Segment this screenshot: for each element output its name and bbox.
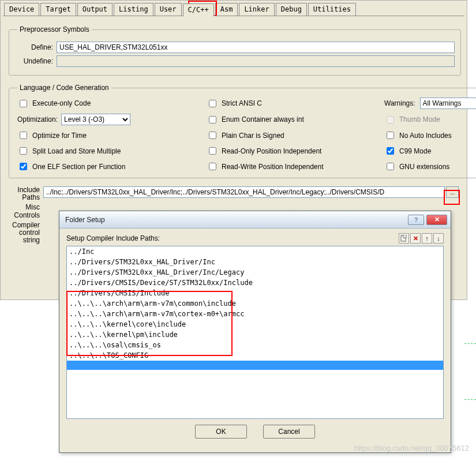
list-item[interactable]: ..\..\..\osal\cmsis_os — [67, 340, 443, 350]
split-load-checkbox[interactable]: Split Load and Store Multiple — [17, 145, 202, 156]
misc-controls-label: Misc Controls — [9, 204, 43, 219]
new-icon — [400, 235, 407, 242]
list-item[interactable]: ..\..\..\kernel\core\include — [67, 319, 443, 329]
language-legend: Language / Code Generation — [17, 84, 111, 92]
new-path-button[interactable] — [399, 233, 409, 244]
tab-debug[interactable]: Debug — [276, 3, 307, 16]
dialog-titlebar[interactable]: Folder Setup ? ✕ — [59, 211, 451, 228]
include-paths-label: Include Paths — [9, 186, 43, 201]
tab-utilities[interactable]: Utilities — [308, 3, 356, 16]
dialog-help-button[interactable]: ? — [408, 215, 424, 225]
tab-listing[interactable]: Listing — [114, 3, 153, 16]
tab-device[interactable]: Device — [4, 3, 39, 16]
list-item[interactable]: ..\..\..\TOS_CONFIG — [67, 350, 443, 361]
move-down-button[interactable]: ↓ — [433, 233, 444, 244]
list-item[interactable]: ../Drivers/STM32L0xx_HAL_Driver/Inc — [67, 257, 443, 267]
dialog-close-button[interactable]: ✕ — [426, 215, 447, 225]
warnings-label: Warnings: — [384, 99, 415, 107]
preprocessor-group: Preprocessor Symbols Define: Undefine: — [9, 25, 461, 76]
tab-cc[interactable]: C/C++ — [183, 3, 214, 16]
execute-only-checkbox[interactable]: Execute-only Code — [17, 98, 202, 109]
tab-linker[interactable]: Linker — [239, 3, 274, 16]
undefine-input[interactable] — [57, 55, 455, 67]
list-item[interactable]: ../Inc — [67, 246, 443, 257]
dialog-caption: Setup Compiler Include Paths: — [66, 234, 399, 242]
move-up-button[interactable]: ↑ — [422, 233, 432, 244]
decorative-dash — [464, 343, 476, 344]
list-item-selected[interactable] — [67, 361, 443, 370]
tab-user[interactable]: User — [155, 3, 182, 16]
dialog-title: Folder Setup — [65, 216, 408, 224]
tab-strip: DeviceTargetOutputListingUserC/C++AsmLin… — [1, 1, 467, 16]
plain-char-checkbox[interactable]: Plain Char is Signed — [207, 130, 380, 141]
define-input[interactable] — [57, 42, 455, 53]
include-paths-input[interactable] — [43, 186, 445, 198]
ro-pi-checkbox[interactable]: Read-Only Position Independent — [207, 145, 380, 156]
define-label: Define: — [17, 43, 57, 51]
optimize-time-checkbox[interactable]: Optimize for Time — [17, 130, 202, 141]
ok-button[interactable]: OK — [195, 425, 247, 439]
preprocessor-legend: Preprocessor Symbols — [17, 25, 92, 33]
tab-output[interactable]: Output — [77, 3, 113, 16]
list-item[interactable]: ..\..\..\arch\arm\arm-v7m\common\include — [67, 298, 443, 309]
one-elf-checkbox[interactable]: One ELF Section per Function — [17, 161, 202, 172]
compiler-string-label: Compiler control string — [9, 222, 43, 245]
delete-path-button[interactable]: ✕ — [410, 233, 421, 244]
list-item[interactable]: ..\..\..\kernel\pm\include — [67, 329, 443, 340]
tab-target[interactable]: Target — [40, 3, 76, 16]
optimization-label: Optimization: — [17, 115, 58, 123]
enum-container-checkbox[interactable]: Enum Container always int — [207, 114, 380, 125]
c99-mode-checkbox[interactable]: C99 Mode — [384, 145, 476, 156]
optimization-select[interactable]: Level 3 (-O3) — [61, 114, 130, 125]
warnings-select[interactable]: All Warnings — [420, 98, 476, 109]
list-item[interactable]: ../Drivers/CMSIS/Include — [67, 288, 443, 298]
list-item[interactable]: ../Drivers/STM32L0xx_HAL_Driver/Inc/Lega… — [67, 267, 443, 278]
language-group: Language / Code Generation Execute-only … — [9, 84, 476, 178]
decorative-dash — [464, 399, 476, 400]
list-item[interactable]: ../Drivers/CMSIS/Device/ST/STM32L0xx/Inc… — [67, 278, 443, 288]
include-browse-button[interactable]: ... — [446, 186, 459, 198]
undefine-label: Undefine: — [17, 57, 57, 65]
svg-rect-1 — [403, 235, 406, 238]
include-paths-listbox[interactable]: ../Inc../Drivers/STM32L0xx_HAL_Driver/In… — [66, 246, 444, 419]
cancel-button[interactable]: Cancel — [263, 425, 315, 439]
list-item[interactable]: ..\..\..\arch\arm\arm-v7m\cortex-m0+\arm… — [67, 309, 443, 319]
strict-ansi-checkbox[interactable]: Strict ANSI C — [207, 98, 380, 109]
folder-setup-dialog: Folder Setup ? ✕ Setup Compiler Include … — [59, 211, 451, 453]
tab-asm[interactable]: Asm — [215, 3, 238, 16]
thumb-mode-checkbox: Thumb Mode — [384, 114, 476, 125]
gnu-ext-checkbox[interactable]: GNU extensions — [384, 161, 476, 172]
rw-pi-checkbox[interactable]: Read-Write Position Independent — [207, 161, 380, 172]
no-auto-inc-checkbox[interactable]: No Auto Includes — [384, 130, 476, 141]
